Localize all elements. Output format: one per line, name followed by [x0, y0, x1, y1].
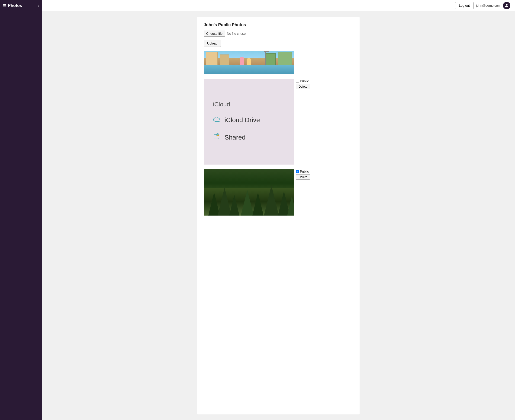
page-title: John's Public Photos: [204, 22, 353, 27]
no-file-label: No file chosen: [227, 32, 247, 36]
file-upload-row: Choose file No file chosen: [204, 30, 353, 37]
chevron-right-icon: ›: [38, 4, 39, 8]
svg-point-0: [506, 4, 507, 6]
upload-button[interactable]: Upload: [204, 40, 221, 47]
icloud-shared-row: 🔒 Shared: [213, 132, 246, 143]
logout-button[interactable]: Log out: [455, 2, 474, 9]
topbar: Log out john@demo.com: [42, 0, 515, 11]
sidebar-title: Photos: [8, 3, 36, 8]
content-area: John's Public Photos Choose file No file…: [42, 11, 515, 420]
public-label-icloud: Public: [300, 79, 309, 83]
icloud-drive-label: iCloud Drive: [224, 116, 260, 124]
icloud-drive-row: iCloud Drive: [213, 115, 260, 125]
main-area: Log out john@demo.com John's Public Phot…: [42, 0, 515, 420]
delete-button-icloud[interactable]: Delete: [296, 84, 310, 89]
icloud-shared-icon: 🔒: [213, 132, 221, 143]
public-checkbox-row-forest: Public: [296, 170, 309, 173]
user-email: john@demo.com: [476, 4, 501, 8]
photo-controls-forest: Public Delete: [294, 169, 312, 180]
avatar: [503, 2, 510, 9]
photos-panel: John's Public Photos Choose file No file…: [197, 17, 360, 414]
icloud-image: iCloud iCloud Drive: [204, 79, 294, 165]
sidebar-header: ☰ Photos ›: [0, 0, 42, 11]
choose-file-button[interactable]: Choose file: [204, 30, 225, 37]
public-label-forest: Public: [300, 170, 309, 173]
photo-item-forest: Public Delete: [204, 169, 353, 216]
public-checkbox-forest[interactable]: [296, 170, 299, 173]
menu-icon: ☰: [3, 3, 6, 8]
photo-with-controls-icloud: iCloud iCloud Drive: [204, 79, 353, 165]
sidebar: ☰ Photos ›: [0, 0, 42, 420]
anime-image: [204, 51, 294, 74]
forest-image: [204, 169, 294, 216]
photo-controls-icloud: Public Delete: [294, 79, 312, 90]
public-checkbox-icloud[interactable]: [296, 80, 299, 83]
public-checkbox-row-icloud: Public: [296, 79, 309, 83]
photo-with-controls-forest: Public Delete: [204, 169, 353, 216]
photo-item-anime: [204, 51, 353, 74]
photo-item-icloud: iCloud iCloud Drive: [204, 79, 353, 165]
icloud-drive-icon: [213, 115, 221, 125]
icloud-title: iCloud: [213, 101, 230, 108]
icloud-shared-label: Shared: [224, 134, 246, 141]
delete-button-forest[interactable]: Delete: [296, 174, 310, 180]
svg-text:🔒: 🔒: [217, 134, 219, 136]
